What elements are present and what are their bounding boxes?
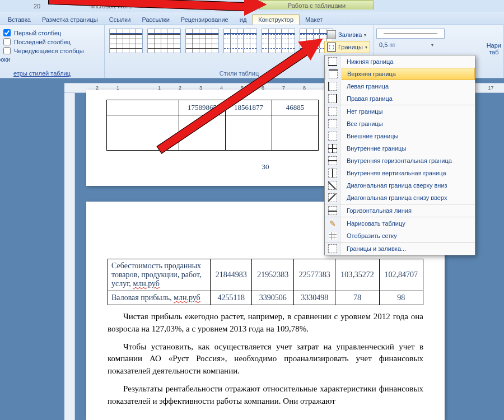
tab-ссылки[interactable]: Ссылки [104, 15, 137, 25]
menu-item-4[interactable]: Нет границы [325, 105, 475, 118]
border-icon [325, 80, 341, 92]
border-icon [325, 179, 341, 192]
menu-item-2[interactable]: Левая граница [325, 80, 475, 92]
border-icon [325, 68, 342, 80]
table-style-3[interactable] [223, 29, 257, 53]
menu-item-label: Внутренняя вертикальная граница [347, 170, 446, 176]
tab-рассылки[interactable]: Рассылки [136, 15, 175, 25]
menu-item-label: Левая граница [347, 83, 389, 90]
border-icon [325, 230, 341, 242]
table-tools-context: Работа с таблицами [259, 0, 374, 10]
table-row[interactable]: Валовая прибыль, млн.руб 425511833905063… [108, 291, 423, 305]
table-style-2[interactable] [185, 29, 219, 53]
border-icon [325, 142, 341, 155]
border-icon [325, 105, 341, 118]
menu-item-7[interactable]: Внутренние границы [325, 142, 475, 155]
table-style-4[interactable] [262, 29, 295, 53]
ribbon-group-options: Первый столбец Последний столбец Чередую… [0, 25, 105, 78]
menu-item-label: Все границы [347, 120, 383, 127]
line-style-select[interactable] [376, 29, 445, 39]
menu-item-12[interactable]: Горизонтальная линия [325, 204, 475, 217]
draw-table-btn[interactable]: Наритаб [487, 42, 501, 55]
border-icon [325, 155, 341, 167]
menu-item-5[interactable]: Все границы [325, 118, 475, 130]
menu-item-label: Нижняя граница [347, 58, 393, 65]
menu-item-label: Нет границы [347, 108, 382, 115]
menu-item-label: Верхняя граница [347, 71, 396, 77]
border-icon [325, 204, 341, 217]
tab--ид[interactable]: ид [234, 15, 253, 25]
tab-рецензирование[interactable]: Рецензирование [175, 15, 234, 25]
paragraph[interactable]: Чистая прибыль ежегодно растет, например… [108, 311, 423, 335]
menu-item-1[interactable]: Верхняя граница [325, 68, 475, 80]
borders-menu: Нижняя границаВерхняя границаЛевая грани… [324, 55, 475, 255]
menu-item-6[interactable]: Внешние границы [325, 130, 475, 142]
title-prefix: 20 [34, 3, 40, 10]
chk-last-column[interactable]: Последний столбец [3, 38, 101, 45]
border-icon [325, 118, 341, 130]
border-icon [325, 55, 341, 68]
border-icon [325, 192, 341, 204]
menu-item-3[interactable]: Правая граница [325, 92, 475, 105]
menu-item-0[interactable]: Нижняя граница [325, 55, 475, 68]
menu-item-9[interactable]: Внутренняя вертикальная граница [325, 167, 475, 179]
menu-item-15[interactable]: Границы и заливка... [325, 242, 475, 255]
table-style-0[interactable] [109, 29, 143, 53]
border-icon: ✎ [325, 217, 341, 230]
border-icon [325, 167, 341, 179]
menu-item-label: Диагональная граница снизу вверх [347, 194, 447, 201]
menu-item-label: Внешние границы [347, 133, 398, 139]
table-row[interactable]: Себестоимость проданных товаров, продукц… [108, 259, 423, 291]
link-style-params[interactable]: етры стилей таблиц [13, 70, 71, 77]
fill-dropdown[interactable]: Заливка▾ [324, 29, 370, 41]
tab-разметка-страницы[interactable]: Разметка страницы [36, 15, 104, 25]
menu-item-8[interactable]: Внутренняя горизонтальная граница [325, 155, 475, 167]
menu-item-label: Диагональная граница сверху вниз [347, 182, 447, 189]
border-icon [325, 92, 341, 105]
line-weight-select[interactable]: 0,5 пт▾ [376, 40, 503, 50]
menu-item-label: Нарисовать таблицу [347, 220, 405, 227]
menu-item-label: Правая граница [347, 95, 393, 102]
borders-dropdown[interactable]: Границы▾ [324, 41, 370, 53]
border-icon [325, 130, 341, 142]
chk-first-column[interactable]: Первый столбец [3, 29, 101, 36]
fill-icon [327, 30, 336, 39]
chk-banded-columns[interactable]: Чередующиеся столбцы [3, 47, 101, 54]
menu-item-label: Границы и заливка... [347, 245, 406, 252]
menu-item-label: Внутренняя горизонтальная граница [347, 157, 452, 164]
menu-item-14[interactable]: Отобразить сетку [325, 230, 475, 242]
tab-вставка[interactable]: Вставка [2, 15, 36, 25]
menu-item-label: Внутренние границы [347, 145, 406, 152]
label-rows: троки [0, 56, 101, 63]
menu-item-10[interactable]: Диагональная граница сверху вниз [325, 179, 475, 192]
menu-item-label: Горизонтальная линия [347, 207, 412, 214]
top-table[interactable]: 1758986518561877 46885 [106, 100, 319, 151]
body-table[interactable]: Себестоимость проданных товаров, продукц… [108, 259, 423, 305]
menu-item-13[interactable]: ✎Нарисовать таблицу [325, 217, 475, 230]
tab-макет[interactable]: Макет [300, 15, 328, 25]
paragraph[interactable]: Чтобы установить, как осуществляется уче… [108, 341, 423, 377]
menu-item-label: Отобразить сетку [347, 232, 397, 239]
vertical-ruler [64, 83, 75, 420]
table-style-1[interactable] [147, 29, 181, 53]
menu-item-11[interactable]: Диагональная граница снизу вверх [325, 192, 475, 204]
paragraph[interactable]: Результаты рентабельности отражают относ… [108, 383, 423, 408]
border-icon [325, 242, 341, 255]
